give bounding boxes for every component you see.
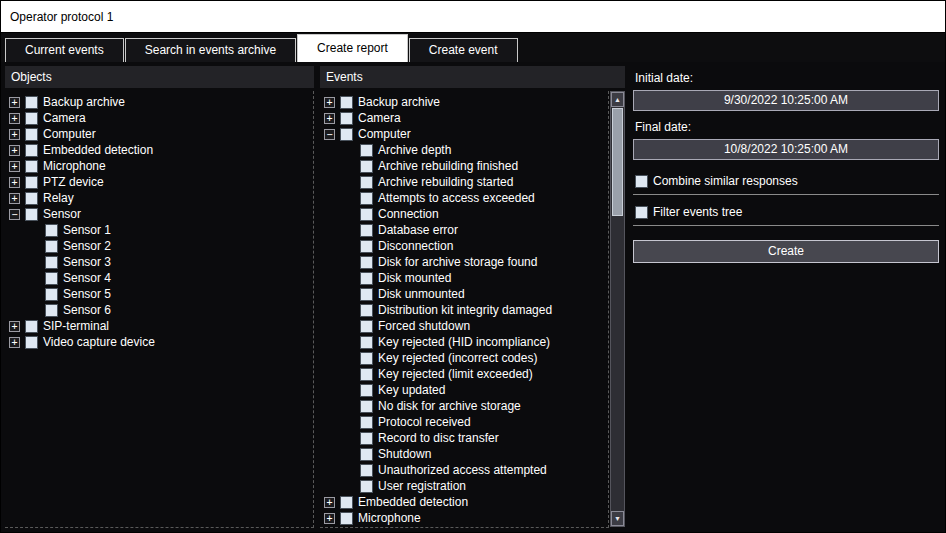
checkbox-icon[interactable] <box>360 480 373 493</box>
tree-item-disconnection[interactable]: Disconnection <box>320 238 608 254</box>
tree-item-user-registration[interactable]: User registration <box>320 478 608 494</box>
tree-item-backup-archive[interactable]: +Backup archive <box>320 94 608 110</box>
tree-item-camera[interactable]: +Camera <box>320 110 608 126</box>
collapse-minus-icon[interactable]: − <box>324 129 335 140</box>
checkbox-icon[interactable] <box>25 320 38 333</box>
checkbox-icon[interactable] <box>340 128 353 141</box>
final-date-field[interactable]: 10/8/2022 10:25:00 AM <box>633 139 939 160</box>
expand-plus-icon[interactable]: + <box>9 97 20 108</box>
expand-plus-icon[interactable]: + <box>9 161 20 172</box>
checkbox-icon[interactable] <box>360 320 373 333</box>
tree-item-archive-rebuilding-finished[interactable]: Archive rebuilding finished <box>320 158 608 174</box>
option-filter-events-tree[interactable]: Filter events tree <box>633 199 939 226</box>
events-scrollbar[interactable]: ▲ ▼ <box>610 91 625 527</box>
checkbox-icon[interactable] <box>45 240 58 253</box>
checkbox-icon[interactable] <box>340 496 353 509</box>
tree-item-sensor-6[interactable]: Sensor 6 <box>5 302 313 318</box>
option-combine-similar-responses[interactable]: Combine similar responses <box>633 168 939 195</box>
checkbox-icon[interactable] <box>360 336 373 349</box>
tree-item-sensor-1[interactable]: Sensor 1 <box>5 222 313 238</box>
checkbox-icon[interactable] <box>25 128 38 141</box>
tree-item-embedded-detection[interactable]: +Embedded detection <box>320 494 608 510</box>
tree-item-disk-mounted[interactable]: Disk mounted <box>320 270 608 286</box>
tree-item-shutdown[interactable]: Shutdown <box>320 446 608 462</box>
scroll-down-icon[interactable]: ▼ <box>611 511 624 526</box>
tree-item-archive-rebuilding-started[interactable]: Archive rebuilding started <box>320 174 608 190</box>
checkbox-icon[interactable] <box>340 112 353 125</box>
tree-item-attempts-to-access-exceeded[interactable]: Attempts to access exceeded <box>320 190 608 206</box>
tree-item-protocol-received[interactable]: Protocol received <box>320 414 608 430</box>
tab-create-event[interactable]: Create event <box>409 38 518 62</box>
tree-item-sensor[interactable]: −Sensor <box>5 206 313 222</box>
tree-item-key-rejected-hid-incompliance[interactable]: Key rejected (HID incompliance) <box>320 334 608 350</box>
tree-item-ptz-device[interactable]: +PTZ device <box>5 174 313 190</box>
checkbox-icon[interactable] <box>45 256 58 269</box>
tree-item-sensor-4[interactable]: Sensor 4 <box>5 270 313 286</box>
expand-plus-icon[interactable]: + <box>9 321 20 332</box>
expand-plus-icon[interactable]: + <box>9 337 20 348</box>
checkbox-icon[interactable] <box>360 224 373 237</box>
checkbox-icon[interactable] <box>635 175 648 188</box>
checkbox-icon[interactable] <box>360 160 373 173</box>
tree-item-computer[interactable]: +Computer <box>5 126 313 142</box>
checkbox-icon[interactable] <box>360 304 373 317</box>
checkbox-icon[interactable] <box>25 96 38 109</box>
tree-item-backup-archive[interactable]: +Backup archive <box>5 94 313 110</box>
tree-item-archive-depth[interactable]: Archive depth <box>320 142 608 158</box>
checkbox-icon[interactable] <box>360 400 373 413</box>
tree-item-key-updated[interactable]: Key updated <box>320 382 608 398</box>
checkbox-icon[interactable] <box>360 272 373 285</box>
checkbox-icon[interactable] <box>360 288 373 301</box>
expand-plus-icon[interactable]: + <box>324 497 335 508</box>
tree-item-relay[interactable]: +Relay <box>5 190 313 206</box>
checkbox-icon[interactable] <box>25 176 38 189</box>
checkbox-icon[interactable] <box>45 288 58 301</box>
checkbox-icon[interactable] <box>360 176 373 189</box>
checkbox-icon[interactable] <box>45 224 58 237</box>
create-button[interactable]: Create <box>633 240 939 263</box>
checkbox-icon[interactable] <box>360 144 373 157</box>
tree-item-camera[interactable]: +Camera <box>5 110 313 126</box>
expand-plus-icon[interactable]: + <box>324 97 335 108</box>
tree-item-connection[interactable]: Connection <box>320 206 608 222</box>
checkbox-icon[interactable] <box>360 448 373 461</box>
expand-plus-icon[interactable]: + <box>324 113 335 124</box>
checkbox-icon[interactable] <box>360 352 373 365</box>
tab-current-events[interactable]: Current events <box>5 38 124 62</box>
expand-plus-icon[interactable]: + <box>324 513 335 524</box>
tree-item-disk-unmounted[interactable]: Disk unmounted <box>320 286 608 302</box>
scrollbar-track[interactable] <box>611 107 624 511</box>
tree-item-key-rejected-incorrect-codes[interactable]: Key rejected (incorrect codes) <box>320 350 608 366</box>
initial-date-field[interactable]: 9/30/2022 10:25:00 AM <box>633 90 939 111</box>
checkbox-icon[interactable] <box>25 208 38 221</box>
checkbox-icon[interactable] <box>360 432 373 445</box>
checkbox-icon[interactable] <box>360 240 373 253</box>
expand-plus-icon[interactable]: + <box>9 177 20 188</box>
expand-plus-icon[interactable]: + <box>9 113 20 124</box>
scroll-up-icon[interactable]: ▲ <box>611 92 624 107</box>
checkbox-icon[interactable] <box>25 144 38 157</box>
tree-item-record-to-disc-transfer[interactable]: Record to disc transfer <box>320 430 608 446</box>
tree-item-microphone[interactable]: +Microphone <box>5 158 313 174</box>
checkbox-icon[interactable] <box>360 384 373 397</box>
checkbox-icon[interactable] <box>25 112 38 125</box>
tab-search-in-events-archive[interactable]: Search in events archive <box>125 38 296 62</box>
tree-item-distribution-kit-integrity-damaged[interactable]: Distribution kit integrity damaged <box>320 302 608 318</box>
checkbox-icon[interactable] <box>25 336 38 349</box>
tree-item-computer[interactable]: −Computer <box>320 126 608 142</box>
checkbox-icon[interactable] <box>340 512 353 525</box>
tree-item-unauthorized-access-attempted[interactable]: Unauthorized access attempted <box>320 462 608 478</box>
tree-item-no-disk-for-archive-storage[interactable]: No disk for archive storage <box>320 398 608 414</box>
checkbox-icon[interactable] <box>45 304 58 317</box>
expand-plus-icon[interactable]: + <box>9 145 20 156</box>
tree-item-sensor-5[interactable]: Sensor 5 <box>5 286 313 302</box>
checkbox-icon[interactable] <box>360 256 373 269</box>
tree-item-key-rejected-limit-exceeded[interactable]: Key rejected (limit exceeded) <box>320 366 608 382</box>
checkbox-icon[interactable] <box>635 206 648 219</box>
checkbox-icon[interactable] <box>45 272 58 285</box>
checkbox-icon[interactable] <box>360 208 373 221</box>
tab-create-report[interactable]: Create report <box>297 34 408 62</box>
expand-plus-icon[interactable]: + <box>9 129 20 140</box>
checkbox-icon[interactable] <box>25 160 38 173</box>
tree-item-embedded-detection[interactable]: +Embedded detection <box>5 142 313 158</box>
